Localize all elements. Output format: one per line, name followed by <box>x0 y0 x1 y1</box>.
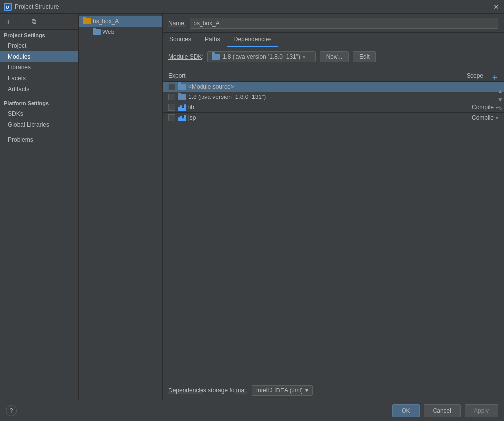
name-input[interactable] <box>190 18 498 29</box>
cancel-button[interactable]: Cancel <box>424 404 461 417</box>
help-button[interactable]: ? <box>6 405 17 416</box>
move-up-button[interactable]: ▲ <box>496 87 504 95</box>
web-folder-icon <box>93 29 101 35</box>
dep-table: Export Scope + <Module source> 1.8 (java… <box>163 70 504 381</box>
module-item-web[interactable]: Web <box>79 27 162 37</box>
dep-checkbox-jdk[interactable] <box>168 94 175 100</box>
sdk-dropdown-arrow: ▾ <box>303 54 305 60</box>
tab-dependencies[interactable]: Dependencies <box>227 33 279 47</box>
sidebar: + − ⧉ Project Settings Project Modules L… <box>0 14 79 400</box>
add-dependency-button[interactable]: + <box>489 72 500 83</box>
tab-sources[interactable]: Sources <box>163 33 198 47</box>
sdk-value: 1.8 (java version "1.8.0_131") <box>223 53 300 60</box>
svg-text:U: U <box>6 5 9 10</box>
lib-icon <box>178 104 186 111</box>
footer: ? OK Cancel Apply <box>0 400 504 421</box>
module-folder-icon <box>83 18 91 24</box>
storage-select[interactable]: IntelliJ IDEA (.iml) ▾ <box>252 385 313 396</box>
sdk-new-button[interactable]: New... <box>320 51 349 62</box>
storage-value: IntelliJ IDEA (.iml) <box>256 387 303 394</box>
dep-row-lib[interactable]: lib Compile ▾ <box>163 102 504 113</box>
module-item-bs_box_A[interactable]: bs_box_A <box>79 16 162 27</box>
sdk-label: Module SDK: <box>168 53 203 60</box>
storage-row: Dependencies storage format: IntelliJ ID… <box>163 381 504 400</box>
name-label: Name: <box>168 20 186 27</box>
dep-name-jsp: jsp <box>188 114 444 121</box>
dep-table-header: Export Scope <box>163 70 504 82</box>
sdk-edit-button[interactable]: Edit <box>353 51 376 62</box>
dep-row-jsp[interactable]: jsp Compile ▾ <box>163 113 504 123</box>
dep-name-jdk: 1.8 (java version "1.8.0_131") <box>188 94 498 100</box>
platform-settings-header: Platform Settings <box>0 97 78 108</box>
remove-module-button[interactable]: − <box>16 16 27 27</box>
jdk-icon <box>178 94 186 100</box>
module-source-icon <box>178 84 186 90</box>
col-name-header <box>198 72 439 79</box>
edit-dep-button[interactable]: ✎ <box>496 105 504 113</box>
sidebar-item-global-libraries[interactable]: Global Libraries <box>0 119 78 130</box>
sidebar-item-sdks[interactable]: SDKs <box>0 108 78 119</box>
dep-checkbox-lib[interactable] <box>168 104 175 111</box>
dep-row-module-source[interactable]: <Module source> <box>163 82 504 92</box>
main-content: + − ⧉ Project Settings Project Modules L… <box>0 14 504 400</box>
web-item-label: Web <box>102 29 114 35</box>
storage-label: Dependencies storage format: <box>168 387 248 394</box>
sdk-select[interactable]: 1.8 (java version "1.8.0_131") ▾ <box>207 51 316 62</box>
apply-button[interactable]: Apply <box>465 404 498 417</box>
dep-name-module-source: <Module source> <box>188 83 498 90</box>
sidebar-item-libraries[interactable]: Libraries <box>0 62 78 73</box>
module-item-label: bs_box_A <box>93 18 119 25</box>
dep-scope-lib[interactable]: Compile ▾ <box>444 104 498 111</box>
sidebar-item-project[interactable]: Project <box>0 40 78 51</box>
close-button[interactable]: ✕ <box>492 3 500 11</box>
module-tree: bs_box_A Web <box>79 14 162 39</box>
app-icon: U <box>4 3 12 11</box>
tabs-row: Sources Paths Dependencies <box>163 33 504 47</box>
jsp-icon <box>178 114 186 121</box>
storage-dropdown-arrow: ▾ <box>305 387 308 394</box>
add-module-button[interactable]: + <box>3 16 14 27</box>
title-bar: U Project Structure ✕ <box>0 0 504 14</box>
sidebar-toolbar: + − ⧉ <box>0 14 78 30</box>
sidebar-item-artifacts[interactable]: Artifacts <box>0 84 78 95</box>
sidebar-item-problems[interactable]: Problems <box>0 134 78 145</box>
dep-scope-jsp-text: Compile <box>472 114 494 121</box>
tab-paths[interactable]: Paths <box>198 33 227 47</box>
dep-scope-jsp-arrow: ▾ <box>496 115 498 121</box>
sdk-row: Module SDK: 1.8 (java version "1.8.0_131… <box>163 47 504 66</box>
right-panel: Name: Sources Paths Dependencies Module … <box>163 14 504 400</box>
copy-module-button[interactable]: ⧉ <box>29 16 39 27</box>
move-down-button[interactable]: ▼ <box>496 96 504 104</box>
window-title: Project Structure <box>15 3 492 10</box>
dep-scope-lib-text: Compile <box>472 104 494 111</box>
dep-row-jdk[interactable]: 1.8 (java version "1.8.0_131") <box>163 92 504 102</box>
sidebar-item-facets[interactable]: Facets <box>0 73 78 84</box>
sidebar-item-modules[interactable]: Modules <box>0 51 78 62</box>
ok-button[interactable]: OK <box>392 404 419 417</box>
dep-actions: ▲ ▼ ✎ <box>494 85 504 115</box>
project-settings-header: Project Settings <box>0 30 78 40</box>
dep-checkbox-jsp[interactable] <box>168 114 175 121</box>
col-export-header: Export <box>168 72 198 79</box>
dep-name-lib: lib <box>188 104 444 111</box>
footer-left: ? <box>6 405 388 416</box>
dependencies-panel: Export Scope + <Module source> 1.8 (java… <box>163 66 504 400</box>
dep-scope-jsp[interactable]: Compile ▾ <box>444 114 498 121</box>
name-row: Name: <box>163 14 504 33</box>
dep-checkbox-module-source[interactable] <box>168 83 175 90</box>
